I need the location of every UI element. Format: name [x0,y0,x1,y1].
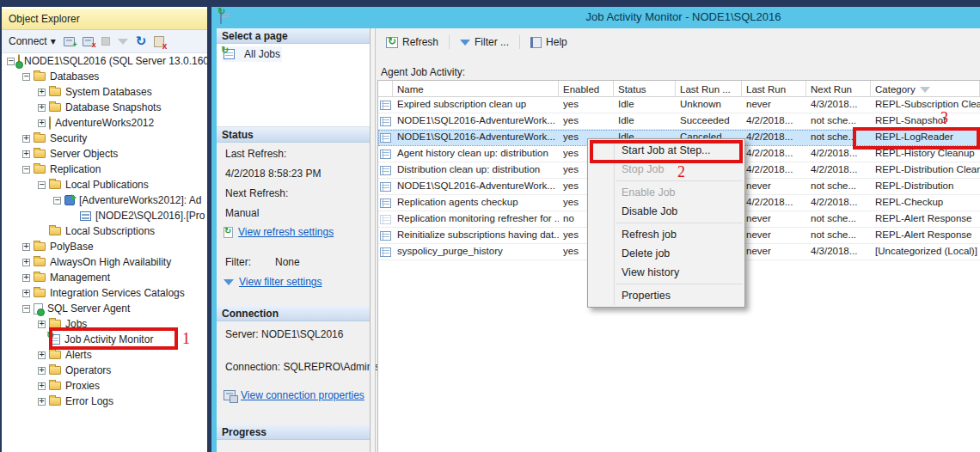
cell-category: REPL-Alert Response [871,211,980,227]
column-header-category[interactable]: Category [871,81,980,96]
tree-item-proxies[interactable]: +Proxies [2,378,207,394]
cell-next-run: 4/3/2018... [806,244,871,260]
tree-item-label: Alerts [65,349,92,361]
tree-item-security[interactable]: +Security [2,131,207,146]
cell-name: NODE1\SQL2016-AdventureWork... [393,130,559,145]
menu-item-view-history[interactable]: View history [588,263,744,282]
plus-expander-icon[interactable]: + [22,290,30,297]
column-header-last-run[interactable]: Last Run ... [676,81,742,96]
view-filter-settings-link[interactable]: View filter settings [224,276,322,288]
tree-item-system-databases[interactable]: +System Databases [2,84,207,100]
dialog-titlebar[interactable]: Job Activity Monitor - NODE1\SQL2016 [211,7,980,28]
column-header-label: Enabled [563,84,599,95]
tree-item-job-activity-monitor[interactable]: Job Activity Monitor [2,332,207,347]
stop-icon [101,37,110,46]
refresh-button-icon [386,37,398,48]
view-connection-properties-label: View connection properties [241,389,364,401]
refresh-button-label: Refresh [402,36,438,48]
menu-item-stop-job: Stop Job [588,160,744,179]
plus-expander-icon[interactable]: + [22,243,30,251]
next-refresh-value: Manual [225,207,259,219]
menu-item-refresh-job[interactable]: Refresh job [588,225,744,244]
error-log-icon[interactable] [154,36,164,47]
minus-expander-icon[interactable]: − [22,73,30,81]
minus-expander-icon[interactable]: − [7,58,15,65]
help-button[interactable]: Help [525,34,573,50]
tree-item-jobs[interactable]: +Jobs [2,316,207,332]
plus-expander-icon[interactable]: + [38,89,46,96]
minus-expander-icon[interactable]: − [22,166,30,174]
pane-splitter[interactable] [370,28,376,452]
job-icon [380,199,391,208]
publication-icon [64,195,75,205]
tree-item-server-objects[interactable]: +Server Objects [2,146,207,162]
tree-item-database-snapshots[interactable]: +Database Snapshots [2,100,207,115]
tree-item-local-publications[interactable]: −Local Publications [2,177,207,192]
table-row-node1-sql2016-adventurework[interactable]: NODE1\SQL2016-AdventureWork...yesIdleSuc… [378,113,980,130]
tree-item-integration-services-catalogs[interactable]: +Integration Services Catalogs [2,285,207,301]
tree-item-node2-sql2016-pro[interactable]: [NODE2\SQL2016].[Pro [2,208,207,223]
cell-last-run: 4/2/2018... [742,130,806,145]
tree-item-sql-server-agent[interactable]: −SQL Server Agent [2,301,207,316]
tree-item-label: Management [50,272,110,284]
agent-job-activity-label: Agent Job Activity: [381,66,465,78]
menu-item-delete-job[interactable]: Delete job [588,244,744,263]
tree-item-label: AlwaysOn High Availability [50,256,171,268]
filter-button[interactable]: Filter ... [455,34,514,50]
tree-item-adventureworks2012[interactable]: +AdventureWorks2012 [2,115,207,131]
plus-expander-icon[interactable]: + [38,367,46,375]
tree-item-databases[interactable]: −Databases [2,69,207,84]
tree-item-operators[interactable]: +Operators [2,363,207,378]
plus-expander-icon[interactable]: + [38,382,46,390]
column-header-next-run[interactable]: Next Run [806,81,871,96]
menu-separator [616,223,743,223]
plus-expander-icon[interactable]: + [38,119,46,127]
column-header-icon[interactable] [378,81,393,96]
connect-server-icon[interactable] [64,37,75,46]
minus-expander-icon[interactable]: − [53,197,61,205]
cell-enabled: yes [559,113,614,129]
menu-item-start-job-at-step[interactable]: Start Job at Step... [588,141,744,160]
refresh-button[interactable]: Refresh [381,34,444,50]
tree-item-alwayson-high-availability[interactable]: +AlwaysOn High Availability [2,254,207,270]
connect-button[interactable]: Connect ▾ [9,35,56,47]
tree-item-polybase[interactable]: +PolyBase [2,239,207,254]
object-explorer-tree: −NODE1\SQL2016 (SQL Server 13.0.160−Data… [2,53,207,452]
plus-expander-icon[interactable]: + [22,274,30,282]
cell-name: NODE1\SQL2016-AdventureWork... [393,113,559,129]
cell-icon [378,179,393,194]
column-header-status[interactable]: Status [614,81,676,96]
column-header-last-run[interactable]: Last Run [742,81,806,96]
object-explorer-titlebar[interactable]: Object Explorer [2,9,207,30]
plus-expander-icon[interactable]: + [22,150,30,158]
tree-item-error-logs[interactable]: +Error Logs [2,394,207,409]
plus-expander-icon[interactable]: + [38,351,46,359]
plus-expander-icon[interactable]: + [38,398,46,406]
chevron-down-icon: ▾ [51,35,56,47]
tree-item-node1-sql2016-sql-server-13-0-160[interactable]: −NODE1\SQL2016 (SQL Server 13.0.160 [2,53,207,69]
tree-item-local-subscriptions[interactable]: Local Subscriptions [2,223,207,239]
minus-expander-icon[interactable]: − [38,181,46,189]
minus-expander-icon[interactable]: − [22,305,30,313]
tree-item-adventureworks2012-ad[interactable]: −[AdventureWorks2012]: Ad [2,192,207,208]
disconnect-server-icon[interactable] [83,37,94,46]
tree-item-replication[interactable]: −Replication [2,162,207,177]
menu-item-properties[interactable]: Properties [588,286,744,305]
tree-item-label: NODE1\SQL2016 (SQL Server 13.0.160 [24,55,207,67]
view-connection-properties-link[interactable]: View connection properties [224,389,364,401]
column-header-enabled[interactable]: Enabled [559,81,614,96]
menu-item-disable-job[interactable]: Disable Job [588,202,744,221]
plus-expander-icon[interactable]: + [38,321,46,328]
page-item-all-jobs[interactable]: All Jobs [222,46,282,62]
tree-item-alerts[interactable]: +Alerts [2,347,207,363]
table-row-expired-subscription-clean-up[interactable]: Expired subscription clean upyesIdleUnkn… [378,97,980,113]
folder-icon [49,88,61,96]
plus-expander-icon[interactable]: + [22,135,30,143]
plus-expander-icon[interactable]: + [22,259,30,266]
view-refresh-settings-link[interactable]: View refresh settings [224,226,334,238]
plus-expander-icon[interactable]: + [38,104,46,112]
refresh-icon[interactable]: ↻ [136,35,147,47]
cell-last-run: never [742,211,806,227]
column-header-name[interactable]: Name [393,81,559,96]
tree-item-management[interactable]: +Management [2,270,207,285]
